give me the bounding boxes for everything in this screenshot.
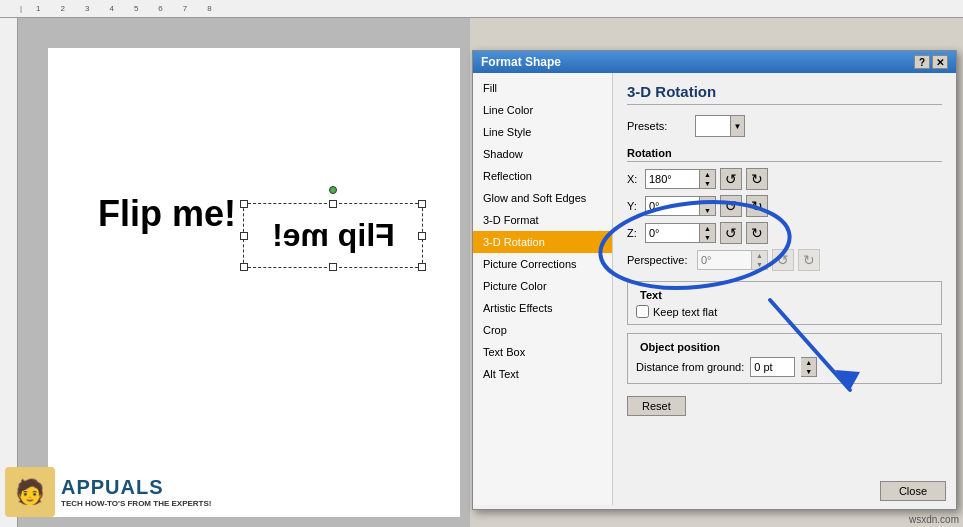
x-spin-up[interactable]: ▲ — [700, 170, 715, 179]
sidebar-item-3d-format[interactable]: 3-D Format — [473, 209, 612, 231]
y-rotation-input[interactable] — [645, 196, 700, 216]
keep-text-flat-row: Keep text flat — [636, 305, 933, 318]
sidebar-item-line-color[interactable]: Line Color — [473, 99, 612, 121]
object-position-title: Object position — [636, 341, 724, 353]
z-label: Z: — [627, 227, 645, 239]
sidebar-item-glow[interactable]: Glow and Soft Edges — [473, 187, 612, 209]
perspective-label: Perspective: — [627, 254, 697, 266]
ruler-top: | 1 2 3 4 5 6 7 8 — [0, 0, 963, 18]
help-button[interactable]: ? — [914, 55, 930, 69]
handle-top-mid[interactable] — [329, 200, 337, 208]
distance-input[interactable] — [750, 357, 795, 377]
sidebar-item-alt-text[interactable]: Alt Text — [473, 363, 612, 385]
z-spin-up[interactable]: ▲ — [700, 224, 715, 233]
dialog-body: Fill Line Color Line Style Shadow Reflec… — [473, 73, 956, 505]
document-page: Flip me! Flip me! — [48, 48, 460, 517]
x-rotate-left-btn[interactable]: ↺ — [720, 168, 742, 190]
distance-row: Distance from ground: ▲ ▼ — [636, 357, 933, 377]
logo-text-block: APPUALS TECH HOW-TO'S FROM THE EXPERTS! — [61, 476, 211, 508]
reset-button[interactable]: Reset — [627, 396, 686, 416]
appuals-logo: 🧑 APPUALS TECH HOW-TO'S FROM THE EXPERTS… — [5, 467, 211, 517]
logo-tagline: TECH HOW-TO'S FROM THE EXPERTS! — [61, 499, 211, 508]
z-spin-down[interactable]: ▼ — [700, 233, 715, 242]
object-position-section: Object position Distance from ground: ▲ … — [627, 333, 942, 384]
rotation-handle[interactable] — [329, 186, 337, 194]
z-rotation-input[interactable] — [645, 223, 700, 243]
dialog-title: Format Shape — [481, 55, 561, 69]
sidebar-item-reflection[interactable]: Reflection — [473, 165, 612, 187]
persp-btn1: ↺ — [772, 249, 794, 271]
presets-preview — [695, 115, 731, 137]
x-label: X: — [627, 173, 645, 185]
close-button[interactable]: Close — [880, 481, 946, 501]
persp-btn2: ↻ — [798, 249, 820, 271]
keep-text-flat-checkbox[interactable] — [636, 305, 649, 318]
z-rotate-left-btn[interactable]: ↺ — [720, 222, 742, 244]
y-rotation-spinner[interactable]: ▲ ▼ — [700, 196, 716, 216]
x-rotation-spinner[interactable]: ▲ ▼ — [700, 169, 716, 189]
sidebar-item-text-box[interactable]: Text Box — [473, 341, 612, 363]
text-section: Text Keep text flat — [627, 281, 942, 325]
handle-mid-right[interactable] — [418, 232, 426, 240]
sidebar-item-crop[interactable]: Crop — [473, 319, 612, 341]
x-spin-down[interactable]: ▼ — [700, 179, 715, 188]
handle-bot-right[interactable] — [418, 263, 426, 271]
perspective-row: Perspective: ▲ ▼ ↺ ↻ — [627, 249, 942, 271]
close-title-button[interactable]: ✕ — [932, 55, 948, 69]
y-rotation-row: Y: ▲ ▼ ↺ ↻ — [627, 195, 942, 217]
flip-me-label: Flip me! — [98, 193, 236, 235]
sidebar-item-shadow[interactable]: Shadow — [473, 143, 612, 165]
presets-dropdown[interactable]: ▼ — [731, 115, 745, 137]
dist-spin-up[interactable]: ▲ — [801, 358, 816, 367]
y-spin-up[interactable]: ▲ — [700, 197, 715, 206]
panel-title: 3-D Rotation — [627, 83, 942, 105]
distance-label: Distance from ground: — [636, 361, 744, 373]
x-rotation-input[interactable] — [645, 169, 700, 189]
y-spin-down[interactable]: ▼ — [700, 206, 715, 215]
y-label: Y: — [627, 200, 645, 212]
y-rotate-right-btn[interactable]: ↻ — [746, 195, 768, 217]
handle-top-right[interactable] — [418, 200, 426, 208]
format-shape-dialog: Format Shape ? ✕ Fill Line Color Line St… — [472, 50, 957, 510]
z-rotate-right-btn[interactable]: ↻ — [746, 222, 768, 244]
handle-bot-left[interactable] — [240, 263, 248, 271]
z-rotation-row: Z: ▲ ▼ ↺ ↻ — [627, 222, 942, 244]
x-rotation-row: X: ▲ ▼ ↺ ↻ — [627, 168, 942, 190]
dialog-title-buttons: ? ✕ — [914, 55, 948, 69]
watermark: wsxdn.com — [905, 512, 963, 527]
presets-label: Presets: — [627, 120, 687, 132]
y-rotate-left-btn[interactable]: ↺ — [720, 195, 742, 217]
sidebar-item-artistic-effects[interactable]: Artistic Effects — [473, 297, 612, 319]
dialog-panel: 3-D Rotation Presets: ▼ Rotation X: ▲ ▼ … — [613, 73, 956, 505]
dist-spin-down[interactable]: ▼ — [801, 367, 816, 376]
logo-icon: 🧑 — [5, 467, 55, 517]
handle-bot-mid[interactable] — [329, 263, 337, 271]
handle-top-left[interactable] — [240, 200, 248, 208]
x-rotate-right-btn[interactable]: ↻ — [746, 168, 768, 190]
keep-text-flat-label: Keep text flat — [653, 306, 717, 318]
text-section-border: Text Keep text flat — [627, 281, 942, 325]
distance-spinner[interactable]: ▲ ▼ — [801, 357, 817, 377]
presets-row: Presets: ▼ — [627, 115, 942, 137]
selected-textbox[interactable]: Flip me! — [243, 203, 423, 268]
rotation-section-label: Rotation — [627, 147, 942, 162]
object-position-border: Object position Distance from ground: ▲ … — [627, 333, 942, 384]
dialog-sidebar: Fill Line Color Line Style Shadow Reflec… — [473, 73, 613, 505]
flipped-text-content: Flip me! — [272, 217, 395, 254]
sidebar-item-fill[interactable]: Fill — [473, 77, 612, 99]
sidebar-item-line-style[interactable]: Line Style — [473, 121, 612, 143]
z-rotation-spinner[interactable]: ▲ ▼ — [700, 223, 716, 243]
perspective-input[interactable] — [697, 250, 752, 270]
dialog-footer: Close — [880, 481, 946, 501]
logo-name: APPUALS — [61, 476, 211, 499]
sidebar-item-picture-corrections[interactable]: Picture Corrections — [473, 253, 612, 275]
handle-mid-left[interactable] — [240, 232, 248, 240]
text-section-title: Text — [636, 289, 666, 301]
sidebar-item-3d-rotation[interactable]: 3-D Rotation — [473, 231, 612, 253]
ruler-left — [0, 18, 18, 527]
document-area: Flip me! Flip me! — [18, 18, 470, 527]
sidebar-item-picture-color[interactable]: Picture Color — [473, 275, 612, 297]
perspective-spinner: ▲ ▼ — [752, 250, 768, 270]
dialog-titlebar: Format Shape ? ✕ — [473, 51, 956, 73]
